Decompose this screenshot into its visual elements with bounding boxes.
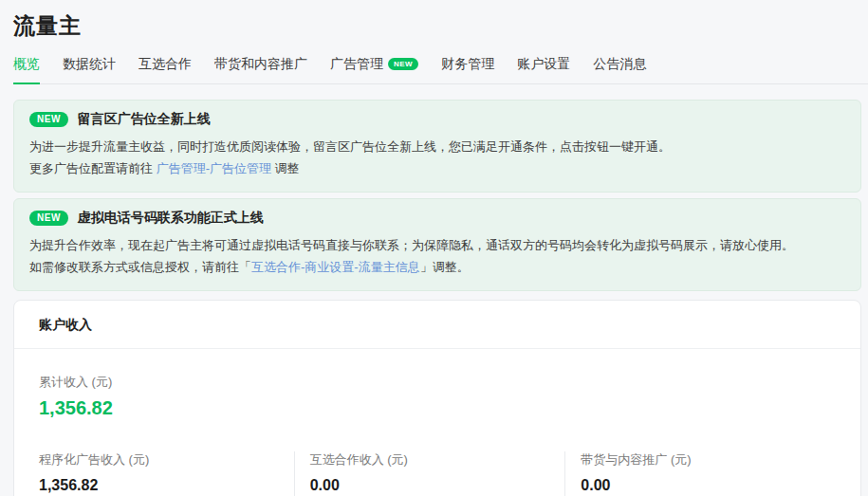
notice-title-row: NEW 留言区广告位全新上线 xyxy=(29,111,845,128)
new-badge: NEW xyxy=(388,58,418,70)
tab-finance-management[interactable]: 财务管理 xyxy=(441,56,494,83)
notice-text: 如需修改联系方式或信息授权，请前往「 xyxy=(29,260,251,274)
notice-title-row: NEW 虚拟电话号码联系功能正式上线 xyxy=(29,210,845,227)
tab-overview[interactable]: 概览 xyxy=(13,56,40,84)
total-income-block: 累计收入 (元) 1,356.82 xyxy=(39,374,836,419)
traffic-master-page: 流量主 概览 数据统计 互选合作 带货和内容推广 广告管理 NEW 财务管理 账… xyxy=(0,11,868,496)
income-columns: 程序化广告收入 (元) 1,356.82 昨日 +0.01 互选合作收入 (元)… xyxy=(39,451,836,496)
new-badge: NEW xyxy=(29,211,68,226)
main-content: NEW 留言区广告位全新上线 为进一步提升流量主收益，同时打造优质阅读体验，留言… xyxy=(0,84,868,496)
notice-title: 虚拟电话号码联系功能正式上线 xyxy=(78,210,264,227)
account-income-card: 账户收入 累计收入 (元) 1,356.82 程序化广告收入 (元) 1,356… xyxy=(13,300,861,496)
notice-body-line: 为提升合作效率，现在起广告主将可通过虚拟电话号码直接与你联系；为保障隐私，通话双… xyxy=(29,234,845,256)
tab-label: 广告管理 xyxy=(330,56,383,73)
income-col-mutual-selection: 互选合作收入 (元) 0.00 xyxy=(294,451,565,496)
income-label: 互选合作收入 (元) xyxy=(310,451,550,468)
account-income-body: 累计收入 (元) 1,356.82 程序化广告收入 (元) 1,356.82 昨… xyxy=(14,349,860,496)
tab-label: 互选合作 xyxy=(139,56,192,73)
notice-text: 调整 xyxy=(271,161,300,175)
notice-body-line: 更多广告位配置请前往 广告管理-广告位管理 调整 xyxy=(29,157,845,179)
income-value: 0.00 xyxy=(581,477,821,494)
notice-title: 留言区广告位全新上线 xyxy=(78,111,211,128)
traffic-master-info-link[interactable]: 互选合作-商业设置-流量主信息 xyxy=(251,260,420,274)
tab-account-settings[interactable]: 账户设置 xyxy=(517,56,570,83)
tab-data-statistics[interactable]: 数据统计 xyxy=(63,56,116,83)
notice-text: 」调整。 xyxy=(420,260,470,274)
ad-slot-management-link[interactable]: 广告管理-广告位管理 xyxy=(157,161,271,175)
tab-announcements[interactable]: 公告消息 xyxy=(593,56,646,83)
tab-goods-content-promotion[interactable]: 带货和内容推广 xyxy=(214,56,307,83)
total-income-value: 1,356.82 xyxy=(39,397,836,419)
tab-label: 概览 xyxy=(13,56,40,73)
new-badge: NEW xyxy=(29,112,68,127)
tab-label: 带货和内容推广 xyxy=(214,56,307,73)
notice-body-line: 如需修改联系方式或信息授权，请前往「互选合作-商业设置-流量主信息」调整。 xyxy=(29,256,845,278)
notice-comment-ad-slot: NEW 留言区广告位全新上线 为进一步提升流量主收益，同时打造优质阅读体验，留言… xyxy=(13,100,861,193)
notice-virtual-phone: NEW 虚拟电话号码联系功能正式上线 为提升合作效率，现在起广告主将可通过虚拟电… xyxy=(13,198,861,291)
tab-ad-management[interactable]: 广告管理 NEW xyxy=(330,56,418,83)
page-title: 流量主 xyxy=(13,11,868,41)
notice-body-line: 为进一步提升流量主收益，同时打造优质阅读体验，留言区广告位全新上线，您已满足开通… xyxy=(29,136,845,157)
income-col-goods-content-promotion: 带货与内容推广 (元) 0.00 xyxy=(564,451,836,496)
total-income-label: 累计收入 (元) xyxy=(39,374,836,391)
tab-label: 公告消息 xyxy=(593,56,646,73)
tab-bar: 概览 数据统计 互选合作 带货和内容推广 广告管理 NEW 财务管理 账户设置 … xyxy=(13,56,868,84)
tab-mutual-selection[interactable]: 互选合作 xyxy=(139,56,192,83)
income-col-programmatic-ads: 程序化广告收入 (元) 1,356.82 昨日 +0.01 xyxy=(39,451,294,496)
income-value: 0.00 xyxy=(310,477,550,494)
tab-label: 账户设置 xyxy=(517,56,570,73)
income-label: 带货与内容推广 (元) xyxy=(581,451,821,468)
income-label: 程序化广告收入 (元) xyxy=(39,451,279,468)
income-value: 1,356.82 xyxy=(39,477,279,494)
tab-label: 数据统计 xyxy=(63,56,116,73)
notice-text: 更多广告位配置请前往 xyxy=(29,161,157,175)
account-income-title: 账户收入 xyxy=(14,301,860,349)
tab-label: 财务管理 xyxy=(441,56,494,73)
